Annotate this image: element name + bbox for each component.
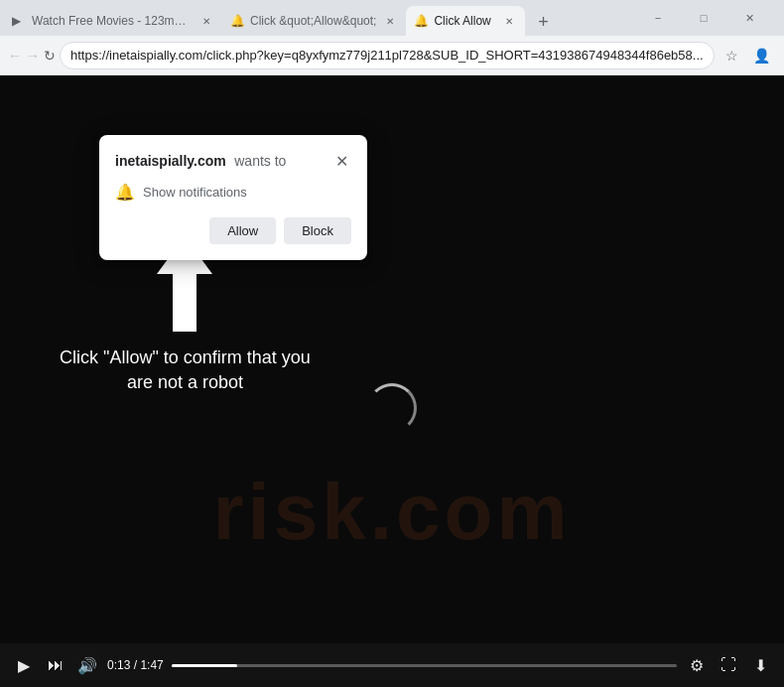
loading-spinner <box>367 383 417 433</box>
tab-2-favicon: 🔔 <box>230 14 244 28</box>
notification-label: Show notifications <box>143 185 247 200</box>
tab-1-favicon: ▶ <box>12 14 26 28</box>
settings-button[interactable]: ⚙ <box>685 653 709 677</box>
video-controls-bar: ▶ ⏭ 🔊 0:13 / 1:47 ⚙ ⛶ ⬇ <box>0 643 784 687</box>
tab-bar: ▶ Watch Free Movies - 123movie... ✕ 🔔 Cl… <box>0 0 784 36</box>
tab-1-title: Watch Free Movies - 123movie... <box>32 14 193 28</box>
download-button[interactable]: ⬇ <box>748 653 772 677</box>
menu-button[interactable]: ⋮ <box>778 42 784 69</box>
popup-close-button[interactable]: ✕ <box>331 151 351 171</box>
url-text: https://inetaispially.com/click.php?key=… <box>70 48 704 63</box>
allow-button[interactable]: Allow <box>209 217 276 244</box>
notification-popup: inetaispially.com wants to ✕ 🔔 Show noti… <box>99 135 367 260</box>
popup-notification-row: 🔔 Show notifications <box>115 183 351 202</box>
tab-2[interactable]: 🔔 Click &quot;Allow&quot; ✕ <box>222 6 406 36</box>
new-tab-button[interactable]: + <box>529 8 557 36</box>
watermark-text: risk.com <box>0 467 784 558</box>
progress-fill <box>172 664 237 667</box>
back-button[interactable]: ← <box>8 42 22 69</box>
tab-3-favicon: 🔔 <box>414 14 428 28</box>
instructions-text: Click "Allow" to confirm that you are no… <box>60 345 311 395</box>
bell-icon: 🔔 <box>115 183 135 202</box>
tab-3-title: Click Allow <box>434 14 490 28</box>
play-button[interactable]: ▶ <box>12 653 36 677</box>
tab-2-title: Click &quot;Allow&quot; <box>250 14 376 28</box>
popup-header: inetaispially.com wants to ✕ <box>115 151 351 171</box>
tab-3[interactable]: 🔔 Click Allow ✕ <box>406 6 525 36</box>
popup-domain-text: inetaispially.com wants to <box>115 152 286 170</box>
fullscreen-button[interactable]: ⛶ <box>717 653 740 677</box>
toolbar: ← → ↻ https://inetaispially.com/click.ph… <box>0 36 784 75</box>
time-display: 0:13 / 1:47 <box>107 658 164 672</box>
address-bar[interactable]: https://inetaispially.com/click.php?key=… <box>60 42 715 69</box>
spinner-ring <box>367 383 417 433</box>
popup-buttons: Allow Block <box>115 217 351 244</box>
volume-button[interactable]: 🔊 <box>75 653 99 677</box>
reload-button[interactable]: ↻ <box>44 42 56 69</box>
controls-right: ⚙ ⛶ ⬇ <box>685 653 772 677</box>
maximize-button[interactable]: □ <box>681 0 726 36</box>
block-button[interactable]: Block <box>284 217 351 244</box>
window-controls: − □ ✕ <box>635 0 780 36</box>
skip-button[interactable]: ⏭ <box>44 653 67 677</box>
forward-button[interactable]: → <box>26 42 40 69</box>
page-content: risk.com Click "Allow" to confirm that y… <box>0 75 784 687</box>
minimize-button[interactable]: − <box>635 0 681 36</box>
progress-bar[interactable] <box>172 664 677 667</box>
bookmark-button[interactable]: ☆ <box>719 42 746 69</box>
tab-1[interactable]: ▶ Watch Free Movies - 123movie... ✕ <box>4 6 222 36</box>
tab-2-close[interactable]: ✕ <box>382 13 398 29</box>
toolbar-right: ☆ 👤 ⋮ <box>719 42 784 69</box>
profile-button[interactable]: 👤 <box>748 42 776 69</box>
close-button[interactable]: ✕ <box>726 0 772 36</box>
tab-3-close[interactable]: ✕ <box>501 13 517 29</box>
tab-1-close[interactable]: ✕ <box>198 13 214 29</box>
browser-window: ▶ Watch Free Movies - 123movie... ✕ 🔔 Cl… <box>0 0 784 687</box>
